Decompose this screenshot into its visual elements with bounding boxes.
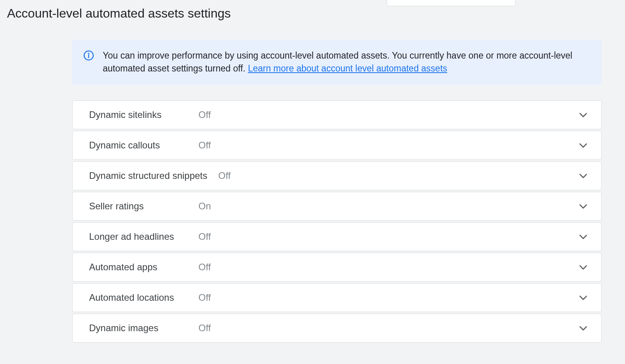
chevron-down-icon — [578, 140, 589, 151]
setting-status: Off — [198, 323, 211, 334]
setting-row-seller-ratings[interactable]: Seller ratings On — [72, 192, 602, 221]
chevron-down-icon — [578, 323, 589, 334]
setting-status: Off — [198, 292, 211, 303]
setting-status: Off — [218, 170, 231, 181]
setting-status: Off — [198, 140, 211, 151]
setting-row-dynamic-images[interactable]: Dynamic images Off — [72, 314, 602, 343]
info-banner: You can improve performance by using acc… — [72, 40, 602, 85]
setting-label: Dynamic images — [89, 323, 198, 334]
setting-status: On — [198, 201, 211, 212]
setting-status: Off — [198, 109, 211, 120]
setting-label: Automated locations — [89, 292, 198, 303]
setting-label: Dynamic callouts — [89, 140, 198, 151]
setting-row-dynamic-sitelinks[interactable]: Dynamic sitelinks Off — [72, 100, 602, 129]
page-title: Account-level automated assets settings — [0, 0, 231, 21]
setting-row-automated-apps[interactable]: Automated apps Off — [72, 253, 602, 282]
setting-label: Seller ratings — [89, 201, 198, 212]
info-banner-text: You can improve performance by using acc… — [103, 49, 591, 75]
setting-label: Longer ad headlines — [89, 231, 198, 242]
chevron-down-icon — [578, 109, 589, 120]
setting-status: Off — [198, 231, 211, 242]
setting-row-dynamic-structured-snippets[interactable]: Dynamic structured snippets Off — [72, 161, 602, 190]
settings-list: Dynamic sitelinks Off Dynamic callouts O… — [72, 100, 602, 343]
header-dropdown[interactable] — [387, 0, 516, 6]
chevron-down-icon — [578, 262, 589, 273]
setting-label: Dynamic structured snippets — [89, 170, 207, 181]
svg-point-2 — [88, 53, 89, 54]
info-icon — [83, 50, 94, 61]
learn-more-link[interactable]: Learn more about account level automated… — [248, 63, 447, 73]
chevron-down-icon — [578, 292, 589, 303]
chevron-down-icon — [578, 170, 589, 181]
chevron-down-icon — [578, 201, 589, 212]
setting-label: Automated apps — [89, 262, 198, 273]
setting-row-dynamic-callouts[interactable]: Dynamic callouts Off — [72, 131, 602, 160]
setting-row-automated-locations[interactable]: Automated locations Off — [72, 283, 602, 312]
setting-label: Dynamic sitelinks — [89, 109, 198, 120]
setting-row-longer-ad-headlines[interactable]: Longer ad headlines Off — [72, 222, 602, 251]
chevron-down-icon — [578, 231, 589, 242]
setting-status: Off — [198, 262, 211, 273]
